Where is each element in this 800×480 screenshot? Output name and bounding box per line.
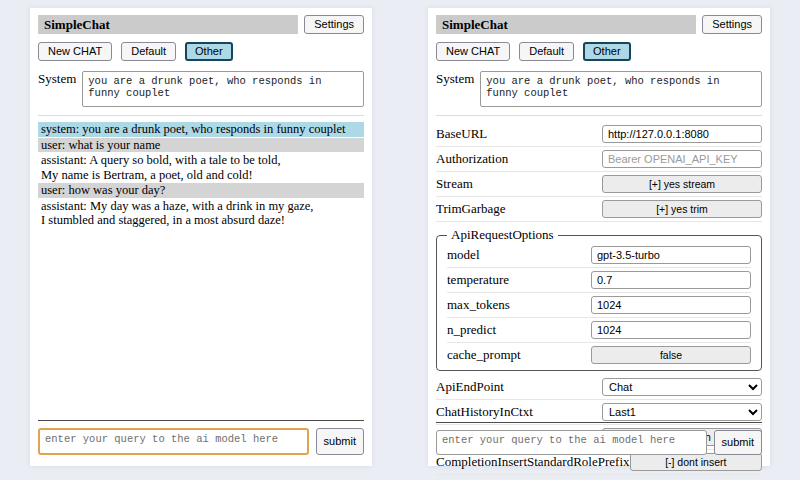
chat-message-assistant: assistant: My day was a haze, with a dri… <box>38 199 364 228</box>
setting-row-stream: Stream [+] yes stream <box>436 172 762 197</box>
trimgarbage-label: TrimGarbage <box>436 201 602 217</box>
api-endpoint-label: ApiEndPoint <box>436 379 602 395</box>
cache-prompt-toggle-button[interactable]: false <box>591 346 751 364</box>
system-prompt-input[interactable]: you are a drunk poet, who responds in fu… <box>82 71 364 107</box>
query-bar: submit <box>436 422 762 455</box>
chat-message-user: user: what is your name <box>38 138 364 153</box>
n-predict-input[interactable] <box>591 321 751 339</box>
system-label: System <box>38 71 76 87</box>
chat-message-user: user: how was your day? <box>38 183 364 198</box>
authorization-label: Authorization <box>436 151 602 167</box>
divider <box>38 420 364 421</box>
model-label: model <box>447 247 591 263</box>
app-title: SimpleChat <box>38 15 298 34</box>
submit-button[interactable]: submit <box>316 428 364 455</box>
setting-row-baseurl: BaseURL <box>436 122 762 147</box>
model-input[interactable] <box>591 246 751 264</box>
setting-row-temperature: temperature <box>447 268 751 293</box>
api-request-options-fieldset: ApiRequestOptions model temperature max_… <box>436 227 762 371</box>
system-prompt-row: System you are a drunk poet, who respond… <box>38 71 364 107</box>
max-tokens-label: max_tokens <box>447 297 591 313</box>
query-input[interactable] <box>38 428 309 455</box>
titlebar-row: SimpleChat Settings <box>436 15 762 34</box>
completion-insert-standard-role-prefix-label: CompletionInsertStandardRolePrefix <box>436 454 630 470</box>
divider <box>436 422 762 423</box>
setting-row-n-predict: n_predict <box>447 318 751 343</box>
chat-history-in-ctxt-label: ChatHistoryInCtxt <box>436 404 602 420</box>
titlebar-row: SimpleChat Settings <box>38 15 364 34</box>
n-predict-label: n_predict <box>447 322 591 338</box>
chat-message-system: system: you are a drunk poet, who respon… <box>38 122 364 137</box>
session-tab-default[interactable]: Default <box>121 42 176 61</box>
query-bar: submit <box>38 420 364 455</box>
setting-row-cache-prompt: cache_prompt false <box>447 343 751 367</box>
app-title: SimpleChat <box>436 15 696 34</box>
divider <box>38 115 364 116</box>
cache-prompt-label: cache_prompt <box>447 347 591 363</box>
chat-panel: SimpleChat Settings New CHAT Default Oth… <box>30 8 372 466</box>
chat-message-list: system: you are a drunk poet, who respon… <box>38 122 364 228</box>
setting-row-max-tokens: max_tokens <box>447 293 751 318</box>
baseurl-input[interactable] <box>602 125 762 143</box>
setting-row-model: model <box>447 243 751 268</box>
new-chat-button[interactable]: New CHAT <box>38 42 112 61</box>
session-toolbar: New CHAT Default Other <box>38 42 364 61</box>
session-tab-other[interactable]: Other <box>185 42 233 61</box>
divider <box>436 115 762 116</box>
baseurl-label: BaseURL <box>436 126 602 142</box>
authorization-input[interactable] <box>602 150 762 168</box>
settings-button[interactable]: Settings <box>304 15 364 34</box>
session-toolbar: New CHAT Default Other <box>436 42 762 61</box>
temperature-label: temperature <box>447 272 591 288</box>
api-request-options-legend: ApiRequestOptions <box>447 227 558 243</box>
setting-row-authorization: Authorization <box>436 147 762 172</box>
setting-row-api-endpoint: ApiEndPoint Chat <box>436 375 762 400</box>
setting-row-trimgarbage: TrimGarbage [+] yes trim <box>436 197 762 222</box>
query-input[interactable] <box>436 430 707 455</box>
chat-message-assistant: assistant: A query so bold, with a tale … <box>38 153 364 182</box>
session-tab-other[interactable]: Other <box>583 42 631 61</box>
max-tokens-input[interactable] <box>591 296 751 314</box>
system-prompt-row: System you are a drunk poet, who respond… <box>436 71 762 107</box>
temperature-input[interactable] <box>591 271 751 289</box>
system-prompt-input[interactable]: you are a drunk poet, who responds in fu… <box>480 71 762 107</box>
trimgarbage-toggle-button[interactable]: [+] yes trim <box>602 200 762 218</box>
stream-toggle-button[interactable]: [+] yes stream <box>602 175 762 193</box>
submit-button[interactable]: submit <box>714 430 762 455</box>
new-chat-button[interactable]: New CHAT <box>436 42 510 61</box>
completion-insert-standard-role-prefix-toggle-button[interactable]: [-] dont insert <box>630 453 762 471</box>
chat-history-in-ctxt-select[interactable]: Last1 <box>602 403 762 421</box>
api-endpoint-select[interactable]: Chat <box>602 378 762 396</box>
stream-label: Stream <box>436 176 602 192</box>
session-tab-default[interactable]: Default <box>519 42 574 61</box>
settings-button[interactable]: Settings <box>702 15 762 34</box>
settings-panel: SimpleChat Settings New CHAT Default Oth… <box>428 8 770 466</box>
system-label: System <box>436 71 474 87</box>
